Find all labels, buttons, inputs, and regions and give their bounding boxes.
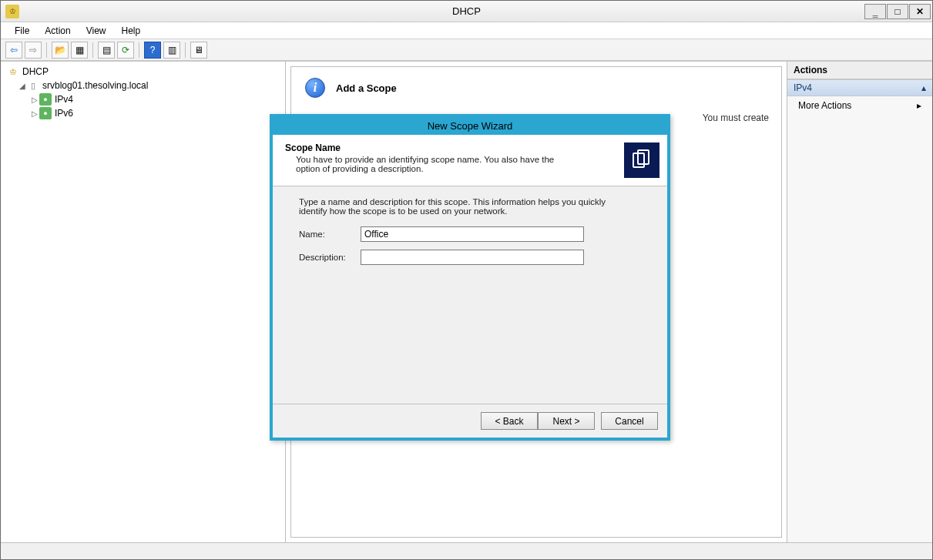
expand-icon[interactable]: ▷ (30, 109, 39, 118)
actions-section-label: IPv4 (794, 82, 812, 93)
new-scope-wizard: New Scope Wizard Scope Name You have to … (270, 114, 670, 441)
toolbar: ⇦ ⇨ 📂 ▦ ▤ ⟳ ? ▥ 🖥 (1, 39, 932, 61)
tree-server[interactable]: ◢ ▯ srvblog01.thesolving.local (4, 79, 282, 92)
refresh-button[interactable]: ⟳ (117, 42, 134, 59)
tree-ipv6[interactable]: ▷ ● IPv6 (4, 106, 282, 120)
actions-more[interactable]: More Actions ▸ (787, 96, 932, 115)
wizard-banner-icon (624, 143, 659, 178)
info-title: Add a Scope (336, 82, 397, 94)
name-label: Name: (299, 230, 361, 239)
monitor-button[interactable]: 🖥 (190, 42, 207, 59)
properties-button[interactable]: ▦ (71, 42, 88, 59)
tree-ipv4-label: IPv4 (55, 94, 73, 105)
name-input[interactable] (361, 226, 584, 242)
ipv6-icon: ● (39, 107, 52, 119)
description-label: Description: (299, 253, 361, 262)
toolbar-separator (46, 42, 47, 58)
wizard-title: New Scope Wizard (273, 117, 667, 135)
menu-view[interactable]: View (79, 24, 114, 38)
tree-pane: ♔ DHCP ◢ ▯ srvblog01.thesolving.local ▷ … (1, 62, 286, 542)
list-button[interactable]: ▤ (98, 42, 115, 59)
server-icon: ▯ (27, 79, 39, 92)
ipv4-icon: ● (39, 93, 52, 106)
minimize-button[interactable]: ‗ (864, 4, 886, 19)
expand-icon[interactable]: ▷ (30, 96, 39, 104)
next-button[interactable]: Next > (538, 412, 595, 430)
wizard-step-title: Scope Name (285, 143, 624, 153)
info-body-text: You must create (703, 112, 769, 123)
actions-section-ipv4[interactable]: IPv4 ▴ (787, 79, 932, 96)
tree-root-dhcp[interactable]: ♔ DHCP (4, 65, 282, 79)
actions-pane: Actions IPv4 ▴ More Actions ▸ (787, 62, 932, 542)
collapse-icon[interactable]: ◢ (18, 82, 27, 90)
cancel-button[interactable]: Cancel (601, 412, 658, 430)
menu-help[interactable]: Help (114, 24, 149, 38)
views-button[interactable]: ▥ (163, 42, 180, 59)
tree-ipv6-label: IPv6 (55, 108, 73, 119)
menu-action[interactable]: Action (37, 24, 78, 38)
form-row-name: Name: (299, 226, 641, 242)
back-button[interactable]: ⇦ (5, 42, 22, 59)
tree-root-label: DHCP (22, 66, 49, 77)
menubar: File Action View Help (1, 22, 932, 39)
back-button[interactable]: < Back (481, 412, 538, 430)
chevron-right-icon: ▸ (917, 100, 921, 111)
form-row-description: Description: (299, 250, 641, 265)
titlebar: ♔ DHCP ‗ □ ✕ (1, 1, 932, 22)
info-icon: i (305, 78, 325, 98)
tree-server-label: srvblog01.thesolving.local (42, 80, 148, 91)
info-header: i Add a Scope (291, 67, 781, 109)
maximize-button[interactable]: □ (887, 4, 908, 19)
main-window: ♔ DHCP ‗ □ ✕ File Action View Help ⇦ ⇨ 📂… (0, 0, 933, 560)
toolbar-separator (92, 42, 93, 58)
collapse-arrow-icon: ▴ (921, 82, 926, 93)
actions-header: Actions (787, 62, 932, 79)
app-icon: ♔ (5, 5, 19, 18)
up-one-level-button[interactable]: 📂 (52, 42, 69, 59)
wizard-body: Type a name and description for this sco… (273, 186, 667, 404)
forward-button[interactable]: ⇨ (25, 42, 42, 59)
wizard-step-subtitle: You have to provide an identifying scope… (285, 153, 578, 173)
statusbar (1, 542, 932, 559)
close-button[interactable]: ✕ (909, 4, 931, 19)
wizard-header: Scope Name You have to provide an identi… (273, 135, 667, 186)
menu-file[interactable]: File (7, 24, 37, 38)
actions-more-label: More Actions (798, 100, 851, 111)
description-input[interactable] (361, 250, 584, 265)
dhcp-root-icon: ♔ (7, 65, 19, 78)
help-button[interactable]: ? (144, 42, 161, 59)
tree-ipv4[interactable]: ▷ ● IPv4 (4, 92, 282, 106)
wizard-header-text: Scope Name You have to provide an identi… (285, 143, 624, 178)
window-title: DHCP (1, 5, 932, 17)
wizard-intro-text: Type a name and description for this sco… (299, 197, 623, 216)
window-controls: ‗ □ ✕ (864, 4, 932, 19)
wizard-footer: < Back Next > Cancel (273, 404, 667, 438)
toolbar-separator (139, 42, 139, 58)
toolbar-separator (185, 42, 186, 58)
